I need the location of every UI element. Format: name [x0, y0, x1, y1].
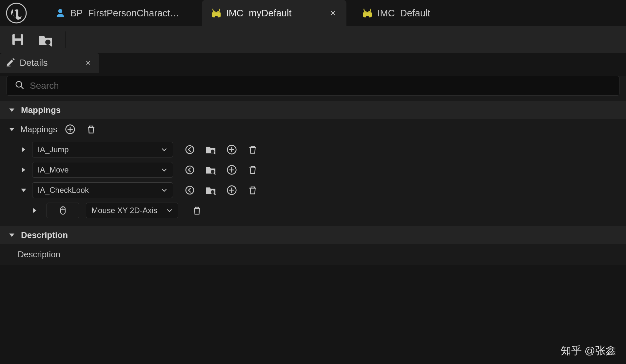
- edit-icon: [6, 57, 15, 69]
- dropdown-value: IA_Move: [38, 165, 69, 174]
- mapping-row-ia-move: IA_Move: [0, 160, 626, 180]
- browse-asset-button[interactable]: [205, 184, 217, 196]
- browse-asset-button[interactable]: [205, 143, 217, 156]
- delete-mapping-button[interactable]: [246, 184, 259, 196]
- expand-icon[interactable]: [31, 207, 39, 214]
- close-icon[interactable]: [329, 9, 337, 17]
- search-input[interactable]: [30, 81, 611, 91]
- use-selected-button[interactable]: [184, 143, 196, 156]
- input-action-dropdown[interactable]: IA_Jump: [32, 142, 173, 157]
- watermark: 知乎 @张鑫: [561, 344, 616, 358]
- dropdown-value: Mouse XY 2D-Axis: [91, 206, 157, 215]
- browse-button[interactable]: [37, 32, 53, 47]
- delete-binding-button[interactable]: [191, 204, 203, 217]
- expand-icon[interactable]: [8, 106, 16, 114]
- input-action-dropdown[interactable]: IA_CheckLook: [32, 182, 173, 198]
- section-mappings-header[interactable]: Mappings: [0, 101, 626, 119]
- section-description-header[interactable]: Description: [0, 226, 626, 244]
- controller-icon: [211, 8, 222, 18]
- section-title: Mappings: [21, 105, 61, 115]
- description-row: Description: [0, 244, 626, 264]
- expand-icon[interactable]: [20, 146, 28, 154]
- dropdown-value: IA_Jump: [38, 145, 69, 154]
- expand-icon[interactable]: [8, 125, 16, 133]
- details-panel-tab[interactable]: Details: [0, 53, 99, 73]
- tab-label: BP_FirstPersonCharact…: [70, 8, 180, 19]
- panel-header: Details: [0, 53, 626, 73]
- delete-mapping-button[interactable]: [246, 143, 259, 156]
- tab-label: IMC_myDefault: [226, 8, 292, 19]
- mappings-label: Mappings: [20, 124, 57, 135]
- save-button[interactable]: [10, 32, 26, 47]
- person-icon: [55, 8, 66, 18]
- description-label: Description: [18, 249, 60, 260]
- delete-mapping-button[interactable]: [246, 164, 259, 176]
- controller-icon: [362, 8, 373, 18]
- add-binding-button[interactable]: [225, 143, 238, 156]
- use-selected-button[interactable]: [184, 164, 196, 176]
- expand-icon[interactable]: [20, 186, 28, 194]
- use-selected-button[interactable]: [184, 184, 196, 196]
- expand-icon[interactable]: [8, 231, 16, 239]
- tab-bp-firstperson[interactable]: BP_FirstPersonCharact…: [46, 0, 189, 26]
- panel-title: Details: [20, 58, 48, 68]
- tab-imc-default[interactable]: IMC_Default: [353, 0, 439, 26]
- key-dropdown[interactable]: Mouse XY 2D-Axis: [86, 203, 178, 218]
- expand-icon[interactable]: [20, 166, 28, 174]
- tab-imc-mydefault[interactable]: IMC_myDefault: [202, 0, 347, 26]
- mappings-array-row: Mappings: [0, 119, 626, 139]
- mouse-icon: [58, 206, 68, 215]
- tabs-bar: BP_FirstPersonCharact… IMC_myDefault IMC…: [0, 0, 626, 26]
- search-icon: [15, 80, 25, 91]
- mapping-row-ia-jump: IA_Jump: [0, 139, 626, 160]
- search-row: [7, 76, 619, 96]
- add-mapping-button[interactable]: [64, 123, 76, 136]
- dropdown-value: IA_CheckLook: [38, 186, 89, 195]
- key-icon-selector[interactable]: [47, 203, 79, 218]
- section-title: Description: [21, 230, 68, 240]
- close-icon[interactable]: [85, 58, 91, 68]
- toolbar-separator: [65, 31, 66, 48]
- binding-row-mouse-xy: Mouse XY 2D-Axis: [0, 200, 626, 221]
- add-binding-button[interactable]: [225, 184, 238, 196]
- clear-mappings-button[interactable]: [85, 123, 97, 136]
- mapping-row-ia-checklook: IA_CheckLook: [0, 180, 626, 200]
- browse-asset-button[interactable]: [205, 164, 217, 176]
- toolbar: [0, 26, 626, 53]
- app-logo: [0, 0, 33, 26]
- input-action-dropdown[interactable]: IA_Move: [32, 162, 173, 178]
- tab-label: IMC_Default: [377, 8, 430, 19]
- add-binding-button[interactable]: [225, 164, 238, 176]
